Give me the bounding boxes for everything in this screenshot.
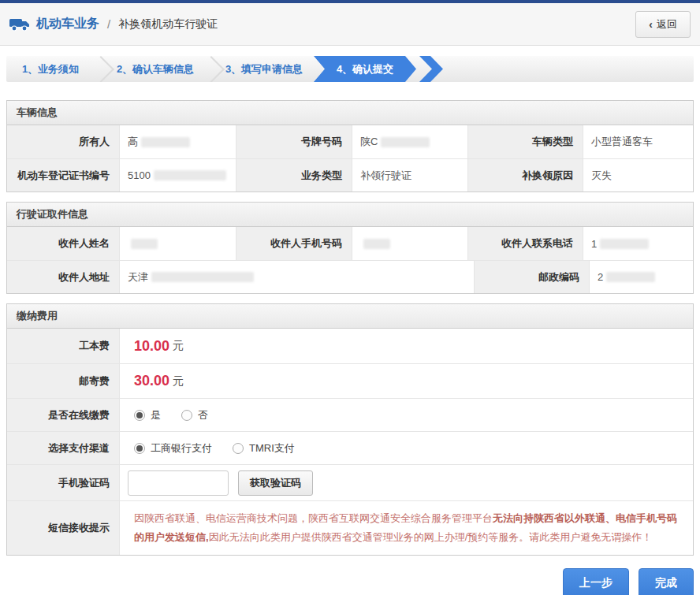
- currency-unit: 元: [173, 339, 184, 353]
- back-button-label: 返回: [657, 17, 677, 32]
- sms-notice-label: 短信接收提示: [7, 500, 119, 555]
- step-progress-bar: 1、业务须知 2、确认车辆信息 3、填写申请信息 4、确认提交: [6, 56, 694, 82]
- step-4-confirm-submit[interactable]: 4、确认提交: [314, 56, 416, 82]
- production-fee-label: 工本费: [7, 329, 119, 363]
- vehicle-type-value: 小型普通客车: [583, 125, 693, 158]
- fee-row: 邮寄费 30.00 元: [7, 363, 693, 398]
- reason-label: 补换领原因: [467, 158, 583, 192]
- postage-fee-amount: 30.00: [128, 373, 169, 389]
- payment-channel-label: 选择支付渠道: [7, 431, 119, 464]
- sms-notice-row: 短信接收提示 因陕西省联通、电信运营商技术问题，陕西省互联网交通安全综合服务管理…: [7, 500, 693, 555]
- online-yes-option[interactable]: 是: [134, 408, 161, 422]
- redacted-text: [600, 239, 649, 249]
- redacted-text: [363, 239, 390, 249]
- recipient-address-label: 收件人地址: [7, 260, 119, 293]
- recipient-phone-label: 收件人联系电话: [467, 227, 583, 260]
- payment-channel-options: 工商银行支付 TMRI支付: [128, 441, 295, 456]
- vehicle-info-section: 车辆信息 所有人 高 号牌号码 陕C 车辆类型 小型普通客车 机动车登记证书编号…: [6, 100, 694, 192]
- postage-fee-label: 邮寄费: [7, 363, 119, 398]
- recipient-phone-value: 1: [583, 227, 693, 260]
- step-2-confirm-vehicle[interactable]: 2、确认车辆信息: [106, 56, 205, 82]
- radio-selected-icon[interactable]: [134, 443, 145, 454]
- production-fee-amount: 10.00: [128, 338, 169, 355]
- vehicle-info-row: 机动车登记证书编号 5100 业务类型 补领行驶证 补换领原因 灭失: [7, 158, 693, 192]
- step-separator-icon: [95, 56, 106, 82]
- redacted-text: [381, 137, 430, 147]
- page-title: 机动车业务: [36, 16, 99, 32]
- recipient-address-value: 天津: [119, 260, 474, 293]
- redacted-text: [131, 239, 158, 249]
- breadcrumb-divider: /: [107, 17, 110, 31]
- sms-code-label: 手机验证码: [7, 464, 119, 500]
- pickup-info-row: 收件人地址 天津 邮政编码 2: [7, 260, 693, 293]
- postage-fee-value: 30.00 元: [119, 363, 693, 398]
- online-no-option[interactable]: 否: [181, 408, 208, 422]
- radio-unselected-icon[interactable]: [181, 410, 192, 421]
- chevron-left-icon: ‹: [649, 18, 653, 31]
- online-payment-row: 是否在线缴费 是 否: [7, 398, 693, 431]
- pickup-info-section: 行驶证取件信息 收件人姓名 收件人手机号码 收件人联系电话 1 收件人地址 天津…: [6, 202, 694, 294]
- vehicle-type-label: 车辆类型: [467, 125, 583, 158]
- payment-channel-row: 选择支付渠道 工商银行支付 TMRI支付: [7, 431, 693, 464]
- currency-unit: 元: [173, 374, 184, 389]
- recipient-name-label: 收件人姓名: [7, 227, 119, 260]
- radio-selected-icon[interactable]: [134, 410, 145, 421]
- cert-no-value: 5100: [119, 158, 236, 192]
- active-step-arrow-icon: [419, 56, 443, 82]
- redacted-text: [154, 170, 226, 180]
- reason-value: 灭失: [583, 158, 693, 192]
- fee-row: 工本费 10.00 元: [7, 329, 693, 363]
- redacted-text: [151, 272, 254, 282]
- footer-actions: 上一步 完成: [0, 568, 694, 595]
- vehicle-info-title: 车辆信息: [7, 101, 693, 125]
- get-code-button[interactable]: 获取验证码: [238, 470, 313, 496]
- page-subtitle: 补换领机动车行驶证: [118, 17, 218, 32]
- recipient-name-value: [119, 227, 236, 260]
- cert-no-label: 机动车登记证书编号: [7, 158, 119, 192]
- owner-value: 高: [119, 125, 236, 158]
- redacted-text: [606, 272, 655, 282]
- previous-step-button[interactable]: 上一步: [563, 568, 629, 595]
- recipient-mobile-label: 收件人手机号码: [236, 227, 352, 260]
- plate-value: 陕C: [352, 125, 467, 158]
- step-1-notice[interactable]: 1、业务须知: [6, 56, 95, 82]
- vehicle-info-row: 所有人 高 号牌号码 陕C 车辆类型 小型普通客车: [7, 125, 693, 158]
- back-button[interactable]: ‹ 返回: [635, 11, 691, 38]
- pickup-info-title: 行驶证取件信息: [7, 203, 693, 227]
- postcode-label: 邮政编码: [474, 260, 589, 293]
- online-payment-label: 是否在线缴费: [7, 398, 119, 431]
- recipient-mobile-value: [352, 227, 467, 260]
- plate-label: 号牌号码: [236, 125, 352, 158]
- business-type-label: 业务类型: [236, 158, 352, 192]
- sms-code-input[interactable]: [128, 470, 229, 496]
- redacted-text: [141, 137, 190, 147]
- pickup-info-row: 收件人姓名 收件人手机号码 收件人联系电话 1: [7, 227, 693, 260]
- postcode-value: 2: [589, 260, 693, 293]
- step-3-fill-application[interactable]: 3、填写申请信息: [216, 56, 312, 82]
- owner-label: 所有人: [7, 125, 119, 158]
- payment-section: 缴纳费用 工本费 10.00 元 邮寄费 30.00 元 是否在线缴费 是 否: [6, 303, 694, 556]
- payment-title: 缴纳费用: [7, 304, 693, 329]
- business-type-value: 补领行驶证: [352, 158, 467, 192]
- step-separator-icon: [205, 56, 216, 82]
- page-header: 机动车业务 / 补换领机动车行驶证 ‹ 返回: [0, 3, 700, 46]
- sms-notice-text: 因陕西省联通、电信运营商技术问题，陕西省互联网交通安全综合服务管理平台无法向持陕…: [128, 501, 693, 555]
- truck-icon: [9, 17, 30, 32]
- radio-unselected-icon[interactable]: [233, 443, 244, 454]
- production-fee-value: 10.00 元: [119, 329, 693, 363]
- online-payment-options: 是 否: [128, 408, 208, 422]
- tmri-pay-option[interactable]: TMRI支付: [233, 441, 295, 456]
- sms-code-row: 手机验证码 获取验证码: [7, 464, 693, 500]
- finish-button[interactable]: 完成: [639, 568, 694, 595]
- icbc-pay-option[interactable]: 工商银行支付: [134, 441, 212, 456]
- breadcrumb: 机动车业务 / 补换领机动车行驶证: [9, 16, 218, 32]
